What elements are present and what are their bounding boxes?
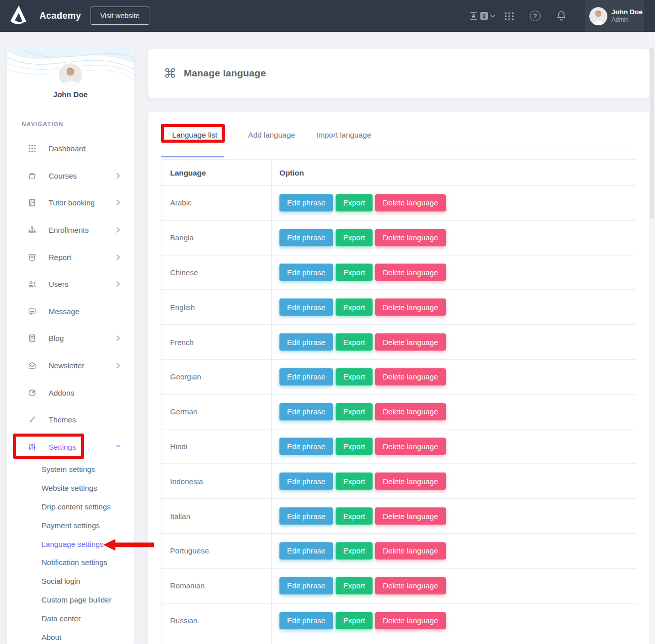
tab-import-language[interactable]: Import language <box>306 125 382 145</box>
user-name: John Doe <box>611 8 643 17</box>
language-name: Bangla <box>161 221 272 255</box>
edit-phrase-button[interactable]: Edit phrase <box>279 229 333 246</box>
export-button[interactable]: Export <box>336 612 373 629</box>
page-header-card: ⌘ Manage language <box>148 49 649 98</box>
edit-phrase-button[interactable]: Edit phrase <box>279 577 333 594</box>
delete-language-button[interactable]: Delete language <box>375 333 445 351</box>
edit-phrase-button[interactable]: Edit phrase <box>279 368 333 385</box>
language-name: Russian <box>161 604 272 638</box>
export-button[interactable]: Export <box>336 473 373 490</box>
sidebar-item-addons[interactable]: Addons <box>7 379 134 406</box>
export-button[interactable]: Export <box>336 577 373 594</box>
language-name: German <box>161 395 272 429</box>
visit-website-button[interactable]: Visit website <box>91 7 149 25</box>
edit-phrase-button[interactable]: Edit phrase <box>279 542 333 560</box>
delete-language-button[interactable]: Delete language <box>375 438 445 455</box>
submenu-item-data-center[interactable]: Data center <box>7 609 134 628</box>
sidebar-item-label: Users <box>49 280 116 288</box>
export-button[interactable]: Export <box>336 298 373 316</box>
help-icon[interactable]: ? <box>528 0 542 32</box>
sidebar-item-tutor-booking[interactable]: Tutor booking <box>7 189 134 217</box>
delete-language-button[interactable]: Delete language <box>375 473 445 490</box>
edit-phrase-button[interactable]: Edit phrase <box>279 612 333 629</box>
export-button[interactable]: Export <box>336 264 373 281</box>
command-icon: ⌘ <box>163 67 177 80</box>
edit-phrase-button[interactable]: Edit phrase <box>279 333 333 351</box>
chevron-right-icon <box>116 173 120 179</box>
submenu-item-notification-settings[interactable]: Notification settings <box>7 553 134 572</box>
column-header-option: Option <box>272 160 636 185</box>
table-row: Russian Edit phrase Export Delete langua… <box>161 604 636 638</box>
chevron-down-icon <box>490 14 496 18</box>
edit-phrase-button[interactable]: Edit phrase <box>279 438 333 455</box>
export-button[interactable]: Export <box>336 368 373 385</box>
table-row: Indonesia Edit phrase Export Delete lang… <box>161 464 636 499</box>
submenu-item-system-settings[interactable]: System settings <box>7 460 134 479</box>
delete-language-button[interactable]: Delete language <box>375 194 445 211</box>
submenu-item-custom-page-builder[interactable]: Custom page builder <box>7 590 134 609</box>
language-translate-icon[interactable]: A 文 <box>470 0 496 32</box>
delete-language-button[interactable]: Delete language <box>375 368 445 385</box>
submenu-item-social-login[interactable]: Social login <box>7 572 134 590</box>
edit-phrase-button[interactable]: Edit phrase <box>279 194 333 211</box>
language-name: French <box>161 325 272 359</box>
edit-phrase-button[interactable]: Edit phrase <box>279 264 333 281</box>
notifications-bell-icon[interactable] <box>554 0 568 32</box>
sidebar-item-settings[interactable]: Settings <box>7 434 134 461</box>
sidebar-item-message[interactable]: Message <box>7 298 134 325</box>
sidebar-item-themes[interactable]: Themes <box>7 406 134 434</box>
delete-language-button[interactable]: Delete language <box>375 264 445 281</box>
submenu-item-about[interactable]: About <box>7 628 134 644</box>
submenu-item-drip-content-settings[interactable]: Drip content settings <box>7 497 134 516</box>
translate-char-icon: 文 <box>480 12 488 20</box>
submenu-item-language-settings[interactable]: Language settings <box>7 535 134 553</box>
language-name: Portuguese <box>161 534 272 568</box>
sidebar-item-report[interactable]: Report <box>7 243 134 271</box>
delete-language-button[interactable]: Delete language <box>375 229 445 246</box>
delete-language-button[interactable]: Delete language <box>375 542 445 560</box>
apps-grid-icon[interactable] <box>503 0 516 32</box>
sidebar-item-users[interactable]: Users <box>7 271 134 298</box>
basket-icon <box>28 171 36 180</box>
delete-language-button[interactable]: Delete language <box>375 612 445 629</box>
sliders-icon <box>28 443 36 451</box>
language-name: Arabic <box>161 186 272 220</box>
export-button[interactable]: Export <box>336 194 373 211</box>
sidebar-item-blog[interactable]: Blog <box>7 325 134 352</box>
table-header: Language Option <box>161 160 636 186</box>
export-button[interactable]: Export <box>336 333 373 351</box>
user-role: Admin <box>611 16 643 24</box>
delete-language-button[interactable]: Delete language <box>375 403 445 420</box>
tab-language-list[interactable]: Language list <box>161 125 237 145</box>
language-name: Italian <box>161 499 272 533</box>
delete-language-button[interactable]: Delete language <box>375 507 445 525</box>
sidebar-item-enrollments[interactable]: Enrollments <box>7 217 134 244</box>
submenu-item-website-settings[interactable]: Website settings <box>7 479 134 497</box>
edit-phrase-button[interactable]: Edit phrase <box>279 403 333 420</box>
sidebar-item-courses[interactable]: Courses <box>7 162 134 190</box>
export-button[interactable]: Export <box>336 403 373 420</box>
academy-logo-icon <box>6 5 31 27</box>
sidebar-item-label: Courses <box>49 171 116 180</box>
scrollbar-track <box>649 32 655 644</box>
sidebar-item-newsletter[interactable]: Newsletter <box>7 352 134 379</box>
tab-add-language[interactable]: Add language <box>237 125 306 145</box>
export-button[interactable]: Export <box>336 438 373 455</box>
user-profile-menu[interactable]: John Doe Admin <box>585 0 644 32</box>
edit-phrase-button[interactable]: Edit phrase <box>279 507 333 525</box>
export-button[interactable]: Export <box>336 542 373 560</box>
chevron-right-icon <box>116 335 120 341</box>
delete-language-button[interactable]: Delete language <box>375 577 445 594</box>
export-button[interactable]: Export <box>336 229 373 246</box>
export-button[interactable]: Export <box>336 507 373 525</box>
edit-phrase-button[interactable]: Edit phrase <box>279 473 333 490</box>
scrollbar-thumb[interactable] <box>650 47 654 219</box>
submenu-item-payment-settings[interactable]: Payment settings <box>7 516 134 535</box>
chevron-right-icon <box>116 254 120 261</box>
edit-phrase-button[interactable]: Edit phrase <box>279 298 333 316</box>
sidebar-item-dashboard[interactable]: Dashboard <box>7 135 134 162</box>
pie-icon <box>28 389 36 397</box>
content-card: Language list Add language Import langua… <box>148 112 649 644</box>
sidebar-item-label: Blog <box>49 334 116 342</box>
delete-language-button[interactable]: Delete language <box>375 298 445 316</box>
